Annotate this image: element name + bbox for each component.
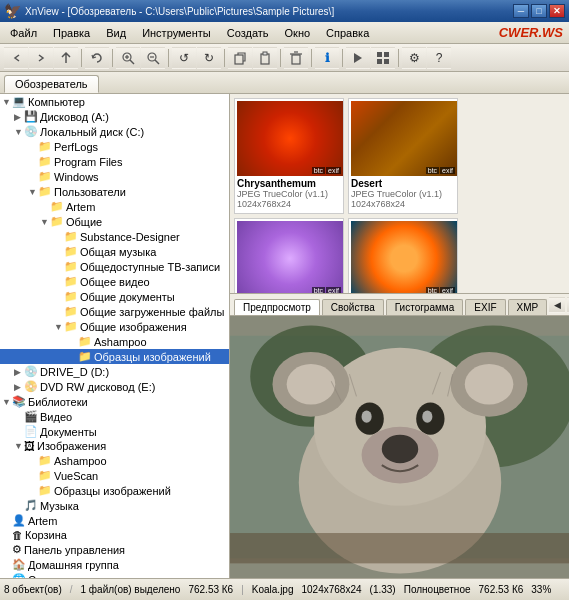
- menu-view[interactable]: Вид: [98, 25, 134, 41]
- menu-window[interactable]: Окно: [277, 25, 319, 41]
- toolbar-rotate-left[interactable]: ↺: [172, 47, 196, 69]
- toolbar-rotate-right[interactable]: ↻: [197, 47, 221, 69]
- tree-item-drive-c[interactable]: ▼ 💿 Локальный диск (C:): [0, 124, 229, 139]
- libraries-icon: 📚: [12, 395, 26, 408]
- tree-item-sample-pictures[interactable]: 📁 Образцы изображений: [0, 349, 229, 364]
- sidebar[interactable]: ▼ 💻 Компьютер ▶ 💾 Дисковод (A:) ▼ 💿 Лока…: [0, 94, 230, 578]
- tree-item-lib-images[interactable]: ▼ 🖼 Изображения: [0, 439, 229, 453]
- tree-item-drive-d[interactable]: ▶ 💿 DRIVE_D (D:): [0, 364, 229, 379]
- toolbar-zoom-in[interactable]: [116, 47, 140, 69]
- tree-item-substance[interactable]: 📁 Substance-Designer: [0, 229, 229, 244]
- thumb-jellyfish[interactable]: btc exif Jellyfish JPEG TrueColor (v1.1)…: [348, 218, 458, 294]
- status-filename: Koala.jpg: [252, 584, 294, 595]
- tree-item-tv[interactable]: 📁 Общедоступные ТВ-записи: [0, 259, 229, 274]
- preview-tab-exif[interactable]: EXIF: [465, 299, 505, 315]
- tree-item-computer[interactable]: ▼ 💻 Компьютер: [0, 94, 229, 109]
- toolbar-info[interactable]: ℹ: [315, 47, 339, 69]
- toolbar-up[interactable]: [54, 47, 78, 69]
- tree-item-drive-e[interactable]: ▶ 📀 DVD RW дисковод (E:): [0, 379, 229, 394]
- tree-item-ashampoo-pics[interactable]: 📁 Ashampoo: [0, 334, 229, 349]
- menu-help[interactable]: Справка: [318, 25, 377, 41]
- computer-icon: 💻: [12, 95, 26, 108]
- toolbar-help[interactable]: ?: [427, 47, 451, 69]
- tree-item-lib-music[interactable]: 🎵 Музыка: [0, 498, 229, 513]
- title-bar-left: 🦅 XnView - [Обозреватель - C:\Users\Publ…: [4, 3, 334, 19]
- toolbar-refresh[interactable]: [85, 47, 109, 69]
- right-panel: btc exif Chrysanthemum JPEG TrueColor (v…: [230, 94, 569, 578]
- lib-images-icon: 🖼: [24, 440, 35, 452]
- menu-tools[interactable]: Инструменты: [134, 25, 219, 41]
- tree-item-artem[interactable]: 📁 Artem: [0, 199, 229, 214]
- tree-item-video[interactable]: 📁 Общее видео: [0, 274, 229, 289]
- status-color: Полноцветное: [404, 584, 471, 595]
- toolbar-sep-3: [168, 49, 169, 67]
- tree-item-docs[interactable]: 📁 Общие документы: [0, 289, 229, 304]
- tree-item-public[interactable]: ▼ 📁 Общие: [0, 214, 229, 229]
- preview-tab-xmp[interactable]: XMP: [508, 299, 548, 315]
- tree-item-downloads[interactable]: 📁 Общие загруженные файлы: [0, 304, 229, 319]
- toolbar-delete[interactable]: [284, 47, 308, 69]
- toolbar-sep-6: [311, 49, 312, 67]
- tree-item-windows[interactable]: 📁 Windows: [0, 169, 229, 184]
- tree-item-perflogs[interactable]: 📁 PerfLogs: [0, 139, 229, 154]
- preview-tab-histogram[interactable]: Гистограмма: [386, 299, 464, 315]
- tree-item-user-artem[interactable]: 👤 Artem: [0, 513, 229, 528]
- koala-preview-svg: [230, 316, 569, 578]
- menu-file[interactable]: Файл: [2, 25, 45, 41]
- tree-item-users[interactable]: ▼ 📁 Пользователи: [0, 184, 229, 199]
- preview-tab-preview[interactable]: Предпросмотр: [234, 299, 320, 315]
- toolbar-zoom-out[interactable]: [141, 47, 165, 69]
- perflogs-label: PerfLogs: [54, 141, 98, 153]
- tree-item-lib-samples[interactable]: 📁 Образцы изображений: [0, 483, 229, 498]
- toolbar-back[interactable]: [4, 47, 28, 69]
- tree-item-libraries[interactable]: ▼ 📚 Библиотеки: [0, 394, 229, 409]
- tree-item-music[interactable]: 📁 Общая музыка: [0, 244, 229, 259]
- tree-item-pictures[interactable]: ▼ 📁 Общие изображения: [0, 319, 229, 334]
- tree-item-network[interactable]: 🌐 Сеть: [0, 572, 229, 578]
- menu-create[interactable]: Создать: [219, 25, 277, 41]
- close-button[interactable]: ✕: [549, 4, 565, 18]
- tree-item-trash[interactable]: 🗑 Корзина: [0, 528, 229, 542]
- tree-item-lib-docs[interactable]: 📄 Документы: [0, 424, 229, 439]
- minimize-button[interactable]: ─: [513, 4, 529, 18]
- toolbar-grid-view[interactable]: [371, 47, 395, 69]
- expander-libraries: ▼: [2, 397, 12, 407]
- tag-exif-desert: exif: [440, 167, 455, 174]
- trash-label: Корзина: [25, 529, 67, 541]
- folder-programfiles-icon: 📁: [38, 155, 52, 168]
- tree-item-programfiles[interactable]: 📁 Program Files: [0, 154, 229, 169]
- thumbnail-grid: btc exif Chrysanthemum JPEG TrueColor (v…: [234, 98, 565, 294]
- toolbar-slideshow[interactable]: [346, 47, 370, 69]
- tab-browser[interactable]: Обозреватель: [4, 75, 99, 93]
- maximize-button[interactable]: □: [531, 4, 547, 18]
- status-sep-1: /: [70, 584, 73, 595]
- tree-item-lib-ashampoo[interactable]: 📁 Ashampoo: [0, 453, 229, 468]
- toolbar-settings[interactable]: ⚙: [402, 47, 426, 69]
- tab-browser-label: Обозреватель: [15, 78, 88, 90]
- thumbnail-area[interactable]: btc exif Chrysanthemum JPEG TrueColor (v…: [230, 94, 569, 294]
- toolbar-copy[interactable]: [228, 47, 252, 69]
- toolbar-paste[interactable]: [253, 47, 277, 69]
- tree-item-homegroup[interactable]: 🏠 Домашняя группа: [0, 557, 229, 572]
- menu-edit[interactable]: Правка: [45, 25, 98, 41]
- thumb-chrysanthemum[interactable]: btc exif Chrysanthemum JPEG TrueColor (v…: [234, 98, 344, 214]
- tree-item-lib-vuescan[interactable]: 📁 VueScan: [0, 468, 229, 483]
- lib-music-icon: 🎵: [24, 499, 38, 512]
- folder-docs-icon: 📁: [64, 290, 78, 303]
- thumb-img-desert: btc exif: [351, 101, 457, 176]
- tree-item-drive-a[interactable]: ▶ 💾 Дисковод (A:): [0, 109, 229, 124]
- toolbar-forward[interactable]: [29, 47, 53, 69]
- thumb-info-chrysanthemum: Chrysanthemum JPEG TrueColor (v1.1) 1024…: [237, 176, 341, 211]
- preview-nav-left[interactable]: ◀: [549, 297, 565, 313]
- tree-item-lib-video[interactable]: 🎬 Видео: [0, 409, 229, 424]
- folder-artem-icon: 📁: [50, 200, 64, 213]
- thumb-name-desert: Desert: [351, 178, 455, 189]
- svg-rect-10: [292, 55, 300, 64]
- tag-exif-hydrangeas: exif: [326, 287, 341, 294]
- thumb-desert[interactable]: btc exif Desert JPEG TrueColor (v1.1) 10…: [348, 98, 458, 214]
- thumb-hydrangeas[interactable]: btc exif Hydrangeas JPEG TrueColor (v1.1…: [234, 218, 344, 294]
- toolbar-sep-4: [224, 49, 225, 67]
- folder-downloads-icon: 📁: [64, 305, 78, 318]
- tree-item-control-panel[interactable]: ⚙ Панель управления: [0, 542, 229, 557]
- preview-tab-properties[interactable]: Свойства: [322, 299, 384, 315]
